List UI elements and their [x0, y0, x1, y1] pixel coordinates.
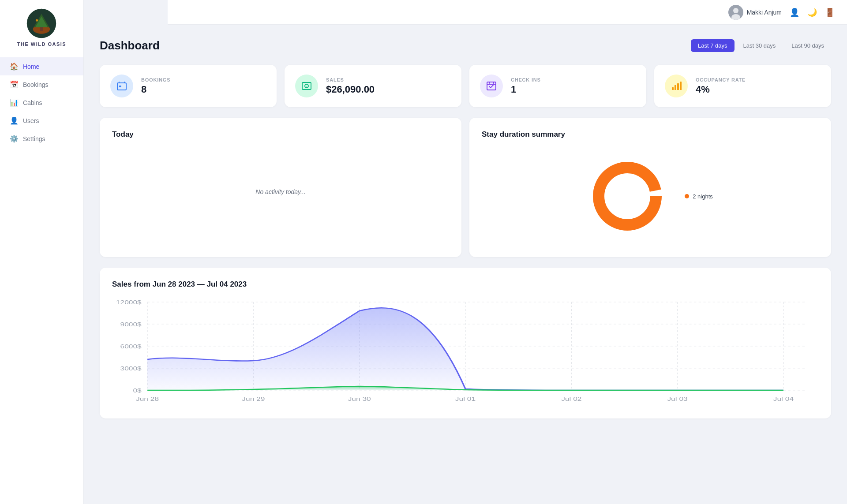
sales-stat-value: $26,090.00 — [326, 84, 375, 95]
svg-text:9000$: 9000$ — [120, 321, 142, 327]
svg-text:Jul 02: Jul 02 — [561, 396, 581, 402]
top-header: Makki Anjum 👤 🌙 🚪 — [168, 0, 847, 25]
sidebar-item-settings[interactable]: ⚙️ Settings — [0, 130, 83, 148]
svg-point-7 — [733, 8, 738, 13]
filter-90days[interactable]: Last 90 days — [784, 39, 831, 52]
stay-duration-panel: Stay duration summary 2 nights — [469, 118, 831, 257]
occupancy-stat-content: OCCUPANCY RATE 4% — [696, 77, 746, 95]
sales-stat-icon — [295, 75, 318, 97]
donut-chart — [588, 157, 667, 236]
donut-chart-area: 2 nights — [482, 148, 819, 245]
svg-text:Jun 29: Jun 29 — [242, 396, 265, 402]
checkins-stat-label: CHECK INS — [511, 77, 541, 82]
page-title: Dashboard — [100, 39, 160, 52]
checkins-stat-value: 1 — [511, 84, 541, 95]
no-activity-message: No activity today... — [112, 148, 449, 236]
user-info: Makki Anjum — [728, 5, 782, 20]
svg-rect-13 — [487, 82, 496, 90]
sidebar-item-home-label: Home — [23, 63, 39, 70]
users-icon: 👤 — [10, 116, 19, 125]
occupancy-stat-label: OCCUPANCY RATE — [696, 77, 746, 82]
time-filters: Last 7 days Last 30 days Last 90 days — [691, 39, 831, 52]
stat-card-checkins: CHECK INS 1 — [469, 65, 646, 107]
cabins-icon: 📊 — [10, 98, 19, 107]
bookings-stat-label: BOOKINGS — [141, 77, 170, 82]
occupancy-stat-value: 4% — [696, 84, 746, 95]
bookings-stat-value: 8 — [141, 84, 170, 95]
svg-point-5 — [36, 19, 38, 21]
stat-card-bookings: BOOKINGS 8 — [100, 65, 277, 107]
svg-text:3000$: 3000$ — [120, 365, 142, 371]
sidebar-item-bookings[interactable]: 📅 Bookings — [0, 75, 83, 93]
svg-rect-4 — [40, 27, 43, 31]
sidebar-item-users[interactable]: 👤 Users — [0, 112, 83, 130]
sales-chart-panel: Sales from Jun 28 2023 — Jul 04 2023 — [100, 268, 831, 418]
nav-menu: 🏠 Home 📅 Bookings 📊 Cabins 👤 Users ⚙️ Se… — [0, 53, 83, 152]
filter-30days[interactable]: Last 30 days — [736, 39, 783, 52]
svg-text:Jun 28: Jun 28 — [136, 396, 159, 402]
user-profile-icon[interactable]: 👤 — [790, 7, 799, 17]
svg-rect-16 — [677, 83, 679, 90]
legend-dot — [685, 194, 689, 198]
sales-chart-title: Sales from Jun 28 2023 — Jul 04 2023 — [112, 280, 819, 289]
avatar — [728, 5, 743, 20]
app-name: THE WILD OASIS — [17, 41, 66, 47]
content-area: Dashboard Last 7 days Last 30 days Last … — [84, 25, 847, 433]
sidebar-item-home[interactable]: 🏠 Home — [0, 57, 83, 75]
home-icon: 🏠 — [10, 62, 19, 71]
checkins-stat-icon — [480, 75, 503, 97]
sales-stat-label: SALES — [326, 77, 375, 82]
svg-rect-9 — [117, 83, 126, 90]
sidebar-item-bookings-label: Bookings — [23, 81, 49, 88]
occupancy-stat-icon — [665, 75, 688, 97]
svg-text:12000$: 12000$ — [116, 299, 142, 305]
svg-text:Jul 04: Jul 04 — [773, 396, 794, 402]
stay-duration-title: Stay duration summary — [482, 130, 819, 139]
username: Makki Anjum — [747, 9, 782, 16]
stat-card-sales: SALES $26,090.00 — [285, 65, 461, 107]
stats-row: BOOKINGS 8 SALES $26,090.00 — [100, 65, 831, 107]
sidebar-item-settings-label: Settings — [23, 135, 45, 142]
dashboard-header: Dashboard Last 7 days Last 30 days Last … — [100, 39, 831, 52]
svg-rect-10 — [119, 86, 121, 87]
svg-text:Jul 01: Jul 01 — [455, 396, 476, 402]
sidebar-item-users-label: Users — [23, 117, 39, 124]
checkins-stat-content: CHECK INS 1 — [511, 77, 541, 95]
dark-mode-icon[interactable]: 🌙 — [807, 7, 817, 17]
sidebar-item-cabins-label: Cabins — [23, 99, 42, 106]
middle-row: Today No activity today... Stay duration… — [100, 118, 831, 257]
logout-icon[interactable]: 🚪 — [825, 7, 835, 17]
svg-point-18 — [599, 168, 656, 225]
svg-text:6000$: 6000$ — [120, 343, 142, 349]
svg-rect-11 — [302, 82, 311, 90]
bookings-stat-icon — [110, 75, 133, 97]
today-panel-title: Today — [112, 130, 449, 139]
sidebar-item-cabins[interactable]: 📊 Cabins — [0, 93, 83, 112]
settings-icon: ⚙️ — [10, 134, 19, 143]
svg-text:Jul 03: Jul 03 — [667, 396, 687, 402]
sidebar: THE WILD OASIS 🏠 Home 📅 Bookings 📊 Cabin… — [0, 0, 84, 504]
filter-7days[interactable]: Last 7 days — [691, 39, 735, 52]
legend-2nights: 2 nights — [685, 193, 713, 200]
svg-rect-17 — [680, 82, 682, 90]
svg-text:0$: 0$ — [133, 387, 142, 393]
svg-rect-14 — [672, 87, 674, 90]
svg-rect-15 — [675, 85, 676, 90]
stat-card-occupancy: OCCUPANCY RATE 4% — [654, 65, 831, 107]
bookings-stat-content: BOOKINGS 8 — [141, 77, 170, 95]
logo-area: THE WILD OASIS — [13, 0, 71, 53]
sales-chart-svg: 0$ 3000$ 6000$ 9000$ 12000$ Jun 28 Jun 2… — [112, 298, 819, 408]
svg-text:Jun 30: Jun 30 — [348, 396, 371, 402]
legend-label: 2 nights — [693, 193, 713, 200]
today-panel: Today No activity today... — [100, 118, 461, 257]
logo-icon — [26, 8, 57, 39]
bookings-icon: 📅 — [10, 80, 19, 89]
sales-stat-content: SALES $26,090.00 — [326, 77, 375, 95]
